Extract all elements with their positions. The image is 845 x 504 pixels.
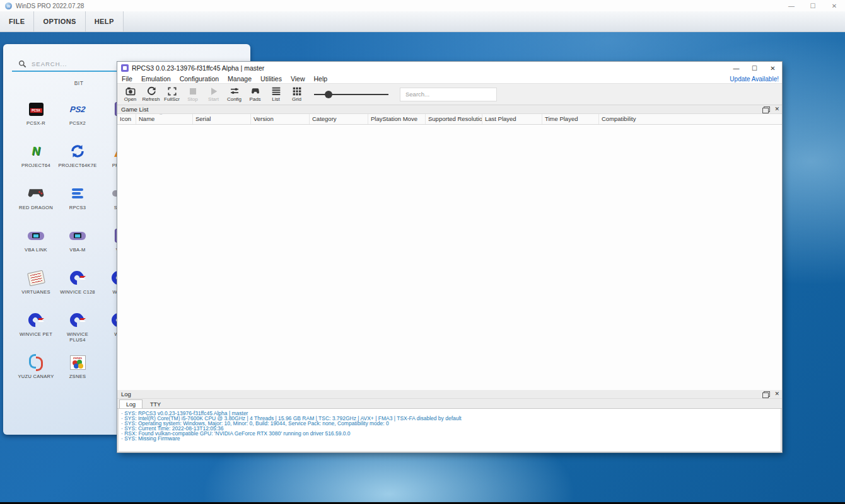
game-list-header-row: IconName^SerialVersionCategoryPlayStatio… [117,114,782,125]
rpcs3-menu-file[interactable]: File [117,74,137,83]
toolbar-button-label: Refresh [142,97,160,102]
emulator-item-vba-m[interactable]: VBA-M [57,224,98,266]
rpcs3-toolbar: OpenRefreshFullScrStopStartConfigPadsLis… [117,83,782,105]
winds-window-controls: —☐✕ [781,0,845,11]
game-search-input[interactable] [400,91,496,98]
rpcs3-menubar: FileEmulationConfigurationManageUtilitie… [117,74,782,83]
config-icon [230,86,240,96]
toolbar-button-label: Open [124,97,137,102]
open-icon [125,86,136,96]
refresh-button[interactable]: Refresh [141,84,161,104]
log-line: · RSX: Found vulkan-compatible GPU: 'NVI… [121,431,778,436]
icon-size-slider[interactable] [314,90,388,99]
rpcs3-icon [72,184,83,203]
commodore-icon [28,311,44,329]
log-tabbar: LogTTY [117,399,782,409]
emulator-label: PCSX-R [26,120,45,126]
log-tab-tty[interactable]: TTY [143,399,168,408]
rpcs3-menu-emulation[interactable]: Emulation [137,74,175,83]
toolbar-button-label: Grid [292,97,301,102]
emulator-item-winvice-c128[interactable]: WINVICE C128 [57,266,98,308]
winds-minimize-button[interactable]: — [781,0,802,11]
config-button[interactable]: Config [224,84,245,104]
emulator-item-project64[interactable]: NPROJECT64 [15,139,57,181]
column-header-compatibility[interactable]: Compatibility [599,114,782,124]
emulator-item-project64k7e[interactable]: PROJECT64K7E [57,139,98,181]
game-list-dock-header: Game List ✕ [117,105,782,114]
column-header-icon[interactable]: Icon [117,114,136,124]
column-header-playstation-move[interactable]: PlayStation Move [368,114,426,124]
emulator-item-pcsx2[interactable]: PS2PCSX2 [57,97,98,139]
pcsx2-icon: PS2 [70,100,86,118]
rpcs3-titlebar[interactable]: RPCS3 0.0.23-13976-f31ffc45 Alpha | mast… [117,62,782,74]
refresh-icon [146,86,156,96]
slider-handle[interactable] [325,91,332,98]
winds-titlebar: w WinDS PRO 2022.07.28 —☐✕ [0,0,845,11]
winds-menu-help[interactable]: HELP [86,11,124,32]
game-list-body[interactable] [117,125,782,390]
open-button[interactable]: Open [120,84,141,104]
rpcs3-menu-configuration[interactable]: Configuration [175,74,223,83]
stop-button: Stop [182,84,203,104]
winds-close-button[interactable]: ✕ [824,0,845,11]
game-list-dock: Game List ✕ IconName^SerialVersionCatego… [117,105,782,390]
emulator-item-yuzu-canary[interactable]: YUZU CANARY [15,350,57,392]
game-search-box[interactable] [400,88,497,101]
column-header-last-played[interactable]: Last Played [482,114,542,124]
pads-button[interactable]: Pads [245,84,265,104]
rpcs3-menu-utilities[interactable]: Utilities [256,74,286,83]
sort-ascending-icon: ^ [160,114,161,117]
log-dock: Log ✕ LogTTY · SYS: RPCS3 v0.0.23-13976-… [117,390,782,452]
emulator-item-vba-link[interactable]: VBA LINK [15,224,57,266]
rpcs3-maximize-button[interactable]: ☐ [745,62,764,74]
emulator-item-zsnes[interactable]: ZSNES [57,350,98,392]
emulator-item-winvice-plus4[interactable]: WINVICE PLUS4 [57,308,98,350]
grid-button[interactable]: Grid [286,84,307,104]
reddragon-icon [27,184,45,203]
float-dock-icon[interactable] [764,391,770,397]
emulator-label: YUZU CANARY [18,374,54,379]
column-header-time-played[interactable]: Time Played [542,114,599,124]
winds-menu-options[interactable]: OPTIONS [34,11,85,32]
winds-maximize-button[interactable]: ☐ [802,0,824,11]
float-dock-icon[interactable] [764,106,770,112]
update-available-link[interactable]: Update Available! [730,76,782,83]
emulator-item-rpcs3[interactable]: RPCS3 [57,181,98,224]
fullscr-button[interactable]: FullScr [161,84,182,104]
close-dock-icon[interactable]: ✕ [774,391,779,397]
log-content[interactable]: · SYS: RPCS3 v0.0.23-13976-f31ffc45 Alph… [118,409,781,452]
gba-icon [69,226,86,245]
toolbar-button-label: Stop [187,97,197,102]
list-icon [271,86,281,96]
winds-menu-file[interactable]: FILE [0,11,34,32]
column-header-version[interactable]: Version [251,114,310,124]
rpcs3-menu-help[interactable]: Help [309,74,332,83]
emulator-item-red-dragon[interactable]: RED DRAGON [15,181,57,224]
project64k-icon [70,142,85,161]
grid-icon [292,86,302,96]
log-tab-log[interactable]: Log [119,399,143,408]
rpcs3-close-button[interactable]: ✕ [764,62,782,74]
emulator-label: VIRTUANES [21,289,50,295]
toolbar-button-label: Config [227,97,242,102]
emulator-label: WINVICE C128 [60,289,95,295]
list-button[interactable]: List [265,84,286,104]
rpcs3-app-icon [121,64,129,72]
rpcs3-menu-manage[interactable]: Manage [223,74,256,83]
rpcs3-window-controls: —☐✕ [727,62,782,74]
close-dock-icon[interactable]: ✕ [774,106,779,112]
rpcs3-menu-view[interactable]: View [286,74,310,83]
emulator-item-winvice-pet[interactable]: WINVICE PET [15,308,57,350]
toolbar-button-label: List [272,97,279,102]
winds-title: WinDS PRO 2022.07.28 [16,3,84,9]
column-header-name[interactable]: Name^ [136,114,193,124]
column-header-category[interactable]: Category [310,114,368,124]
column-header-serial[interactable]: Serial [193,114,251,124]
emulator-item-pcsx-r[interactable]: PCSX-R [15,97,57,139]
rpcs3-minimize-button[interactable]: — [727,62,745,74]
pads-icon [250,86,260,96]
column-header-supported-resolutions[interactable]: Supported Resolutions [426,114,482,124]
emulator-label: ZSNES [69,374,86,379]
emulator-item-virtuanes[interactable]: VIRTUANES [15,266,57,308]
emulator-label: WINVICE PET [20,331,52,337]
